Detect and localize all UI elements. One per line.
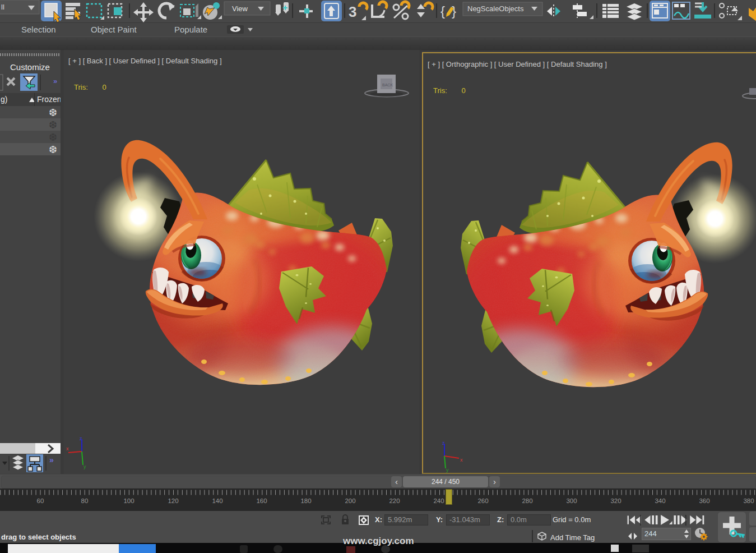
svg-text:3: 3 [349,3,356,20]
svg-text:x: x [66,446,69,451]
svg-text:z: z [80,436,82,441]
svg-text:x: x [460,457,463,463]
svg-text:NegScaleObjects: NegScaleObjects [467,4,524,13]
svg-text:BACK: BACK [382,83,393,87]
svg-text:y: y [446,467,449,473]
svg-text:y: y [84,464,86,469]
svg-text:View: View [232,4,248,13]
svg-text:»: » [53,77,57,85]
svg-text:z: z [442,440,445,446]
svg-text:ll: ll [1,3,4,11]
svg-text:»: » [49,455,54,464]
svg-text:}: } [452,3,456,19]
svg-text:{: { [440,3,445,19]
